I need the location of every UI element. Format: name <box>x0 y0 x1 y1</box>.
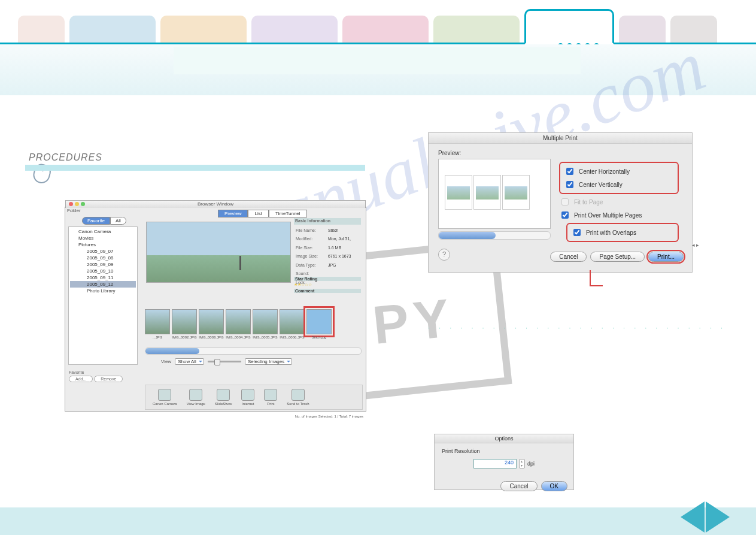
folder-pane-header: Folder <box>67 208 81 213</box>
tree-item[interactable]: Pictures <box>70 241 136 248</box>
center-horizontally-checkbox[interactable]: Center Horizontally <box>564 165 674 178</box>
info-header: Basic Information <box>294 218 361 225</box>
preview-label: Preview: <box>438 150 682 156</box>
favorite-panel: Favorite Add... Remove <box>69 370 123 382</box>
cancel-button[interactable]: Cancel <box>550 252 587 262</box>
section-banner <box>0 44 756 95</box>
help-button[interactable]: ? <box>438 249 450 261</box>
preview-scrollbar[interactable] <box>438 231 551 240</box>
favorite-add-button[interactable]: Add... <box>69 376 93 382</box>
selecting-images-dropdown[interactable]: Selecting Images <box>245 358 292 365</box>
thumbnail[interactable]: IMG_0005.JPG <box>253 309 278 334</box>
callout-connector-h <box>590 285 603 286</box>
viewmode-list[interactable]: List <box>248 210 268 217</box>
show-all-dropdown[interactable]: Show All <box>175 358 204 365</box>
print-button[interactable]: Print... <box>648 252 684 262</box>
document-tabs <box>0 0 756 44</box>
tree-item[interactable]: 2005_09_09 <box>70 261 136 268</box>
thumbnail-strip[interactable]: ...JPGIMG_0002.JPGIMG_0003.JPGIMG_0004.J… <box>145 309 332 334</box>
options-ok-button[interactable]: OK <box>541 481 567 491</box>
doc-tab-8[interactable] <box>619 16 666 43</box>
doc-tab-5[interactable] <box>342 16 429 43</box>
toolbar-button[interactable]: Send to Trash <box>287 389 309 406</box>
toolbar-button[interactable]: Canon Camera <box>153 389 177 406</box>
resolution-stepper[interactable]: ▴▾ <box>519 459 525 468</box>
folder-tree[interactable]: Canon CameraMoviesPictures2005_09_072005… <box>68 226 138 365</box>
folder-filter-segment[interactable]: Favorite All <box>82 217 126 225</box>
thumb-scrollbar[interactable] <box>145 347 362 355</box>
viewmode-segment[interactable]: Preview List TimeTunnel <box>218 210 307 217</box>
thumbnail[interactable]: IMG_0002.JPG <box>172 309 197 334</box>
multiple-print-dialog: Multiple Print Preview: ◂▸ Center Horizo… <box>428 132 693 273</box>
tree-item[interactable]: 2005_09_12 <box>70 281 136 288</box>
doc-tab-1[interactable] <box>18 16 65 43</box>
print-preview-area <box>438 159 551 229</box>
resolution-input[interactable]: 240 <box>473 459 517 468</box>
toolbar-button[interactable]: Internet <box>241 389 254 406</box>
doc-tab-9[interactable] <box>670 16 717 43</box>
star-icon[interactable]: ★★☆☆☆ <box>294 282 312 286</box>
tree-item[interactable]: 2005_09_10 <box>70 268 136 274</box>
toolbar-button[interactable]: SlideShow <box>215 389 232 406</box>
thumbnail[interactable]: IMG_0006.JPG <box>280 309 305 334</box>
page-nav-arrows <box>681 501 730 533</box>
segment-all[interactable]: All <box>110 217 126 225</box>
doc-tab-4[interactable] <box>251 16 338 43</box>
bottom-toolbar: Canon CameraView ImageSlideShowInternetP… <box>145 385 363 410</box>
print-over-multiple-checkbox[interactable]: Print Over Multiple Pages <box>559 208 679 222</box>
star-rating-panel: Star Rating ★★☆☆☆ <box>294 277 361 287</box>
overlaps-highlight-box: Print with Overlaps <box>566 223 679 242</box>
tree-item[interactable]: 2005_09_11 <box>70 274 136 281</box>
options-title: Options <box>435 434 573 443</box>
thumbnail[interactable]: ...JPG <box>145 309 170 334</box>
page-setup-button[interactable]: Page Setup... <box>590 252 645 262</box>
thumbnail[interactable]: Stitch.jpg <box>306 309 332 334</box>
print-options: Center Horizontally Center Vertically Fi… <box>559 161 679 243</box>
procedures-label: PROCEDURES <box>29 152 102 163</box>
prev-page-arrow[interactable] <box>681 501 705 533</box>
browser-window: Browser Window Folder Favorite All Canon… <box>65 207 366 412</box>
viewmode-timetunnel[interactable]: TimeTunnel <box>269 210 307 217</box>
toolbar-button[interactable]: Print <box>264 389 277 406</box>
fit-to-page-checkbox: Fit to Page <box>559 195 679 208</box>
step-underline <box>25 165 365 171</box>
doc-tab-6[interactable] <box>433 16 520 43</box>
browser-window-title: Browser Window <box>65 200 366 208</box>
thumb-size-slider[interactable] <box>208 361 241 362</box>
page-footer <box>0 507 756 535</box>
doc-tab-3[interactable] <box>160 16 247 43</box>
viewmode-preview[interactable]: Preview <box>218 210 248 217</box>
tree-item[interactable]: 2005_09_07 <box>70 248 136 255</box>
preview-page-3 <box>502 175 530 210</box>
print-resolution-label: Print Resolution <box>442 448 566 454</box>
segment-favorite[interactable]: Favorite <box>82 217 110 225</box>
tree-item[interactable]: Photo Library <box>70 288 136 294</box>
thumbnail[interactable]: IMG_0003.JPG <box>199 309 224 334</box>
tree-item[interactable]: Canon Camera <box>70 228 136 235</box>
center-vertically-checkbox[interactable]: Center Vertically <box>564 178 674 191</box>
zoom-icon[interactable] <box>81 202 85 206</box>
status-text: No. of Images Selected: 1 / Total: 7 ima… <box>295 415 363 418</box>
thumbnail[interactable]: IMG_0004.JPG <box>226 309 251 334</box>
doc-tab-2[interactable] <box>69 16 156 43</box>
callout-connector <box>590 270 591 285</box>
centering-highlight-box: Center Horizontally Center Vertically <box>559 162 679 194</box>
dialog-title: Multiple Print <box>429 133 692 144</box>
tree-item[interactable]: Movies <box>70 235 136 241</box>
section-divider-dots: · · · · · · · · · · · · · · · · · · · · … <box>428 324 730 331</box>
preview-page-2 <box>473 175 501 210</box>
options-cancel-button[interactable]: Cancel <box>500 481 537 491</box>
next-page-arrow[interactable] <box>706 501 730 533</box>
panorama-preview <box>146 222 291 283</box>
doc-tab-active[interactable] <box>524 9 614 44</box>
favorite-remove-button[interactable]: Remove <box>94 376 123 382</box>
options-dialog: Options Print Resolution 240 ▴▾ dpi Canc… <box>434 434 574 490</box>
scroll-arrows-icon[interactable]: ◂▸ <box>692 242 700 248</box>
close-icon[interactable] <box>69 202 73 206</box>
dpi-unit: dpi <box>527 461 535 467</box>
comment-panel: Comment <box>294 289 361 294</box>
tree-item[interactable]: 2005_09_08 <box>70 255 136 261</box>
minimize-icon[interactable] <box>75 202 79 206</box>
print-with-overlaps-checkbox[interactable]: Print with Overlaps <box>571 226 674 239</box>
toolbar-button[interactable]: View Image <box>187 389 205 406</box>
